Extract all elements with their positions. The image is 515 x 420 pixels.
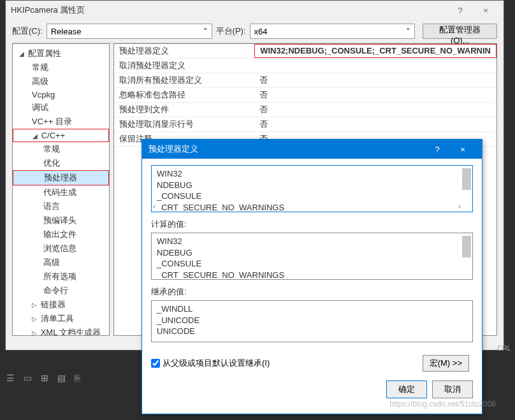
grid-row[interactable]: 预处理器定义WIN32;NDEBUG;_CONSULE;_CRT_SECURE_… xyxy=(114,44,497,59)
tree-item-label: 浏览信息 xyxy=(43,243,76,253)
inherit-checkbox[interactable] xyxy=(151,359,160,368)
tree-item-label: 输出文件 xyxy=(43,229,76,239)
help-button[interactable]: ? xyxy=(447,6,473,15)
dialog-help-button[interactable]: ? xyxy=(424,145,450,154)
config-row: 配置(C): Release ˅ 平台(P): x64 ˅ 配置管理器(O)..… xyxy=(6,20,504,43)
inherited-list: _WINDLL_UNICODEUNICODE xyxy=(152,301,472,340)
tree-item[interactable]: 高级 xyxy=(13,75,109,89)
tree-item[interactable]: 常规 xyxy=(13,61,109,75)
tree-item-label: 命令行 xyxy=(43,286,68,295)
inherited-box: _WINDLL_UNICODEUNICODE xyxy=(151,300,473,342)
tree-arrow-icon: ▷ xyxy=(32,301,38,308)
tree-item[interactable]: 浏览信息 xyxy=(13,242,109,256)
dialog-close-button[interactable]: × xyxy=(450,145,475,154)
grid-row[interactable]: 预处理到文件否 xyxy=(114,103,497,117)
scrollbar-vertical[interactable] xyxy=(462,235,471,268)
tree-item-label: 代码生成 xyxy=(43,187,76,197)
tree-item[interactable]: 预编译头 xyxy=(13,214,109,228)
scroll-thumb[interactable] xyxy=(462,168,471,190)
cancel-button[interactable]: 取消 xyxy=(432,380,473,398)
grid-value[interactable]: 否 xyxy=(254,117,497,131)
config-manager-button[interactable]: 配置管理器(O)... xyxy=(423,24,497,39)
scrollbar-vertical[interactable] xyxy=(462,167,471,200)
tree-item-label: XML 文档生成器 xyxy=(41,328,101,336)
config-label: 配置(C): xyxy=(12,25,43,37)
computed-label: 计算的值: xyxy=(151,219,473,230)
tree-item[interactable]: 语言 xyxy=(13,199,109,214)
grid-value[interactable]: 否 xyxy=(254,103,497,117)
tree-item[interactable]: 代码生成 xyxy=(13,185,109,199)
tree-item-label: 调试 xyxy=(32,103,48,112)
tree-item[interactable]: 高级 xyxy=(13,256,109,270)
grid-key: 预处理取消显示行号 xyxy=(114,117,254,131)
tree-item[interactable]: 所有选项 xyxy=(13,270,109,284)
window-title: HKIPcamera 属性页 xyxy=(11,4,447,16)
inherit-checkbox-label[interactable]: 从父级或项目默认设置继承(I) xyxy=(151,358,423,369)
list-item: _WINDLL xyxy=(157,303,467,315)
toolbar-icon[interactable]: ⎘ xyxy=(75,373,80,383)
ok-button[interactable]: 确定 xyxy=(386,380,427,398)
inherited-label: 继承的值: xyxy=(151,286,473,298)
grid-value[interactable] xyxy=(254,59,497,73)
watermark: https://blog.csdn.net/51cto2008 xyxy=(389,400,496,409)
grid-row[interactable]: 忽略标准包含路径否 xyxy=(114,88,497,103)
tree-item-label: 高级 xyxy=(32,76,48,86)
dialog-titlebar: 预处理器定义 ? × xyxy=(142,140,482,159)
tree-item[interactable]: ▷ 链接器 xyxy=(13,298,109,312)
grid-row[interactable]: 取消所有预处理器定义否 xyxy=(114,73,497,88)
grid-key: 忽略标准包含路径 xyxy=(114,88,254,102)
macro-button[interactable]: 宏(M) >> xyxy=(423,355,469,372)
tree-item[interactable]: ◢ 配置属性 xyxy=(13,47,109,61)
grid-row[interactable]: 预处理取消显示行号否 xyxy=(114,117,497,132)
chevron-down-icon: ˅ xyxy=(203,27,208,36)
tree-item[interactable]: ▷ XML 文档生成器 xyxy=(13,326,109,336)
grid-key: 取消预处理器定义 xyxy=(114,59,254,73)
tree-item-label: 清单工具 xyxy=(41,314,74,323)
edit-box[interactable]: WIN32NDEBUG_CONSULE_CRT_SECURE_NO_WARNIN… xyxy=(151,165,473,212)
computed-list: WIN32NDEBUG_CONSULE_CRT_SECURE_NO_WARNIN… xyxy=(152,233,472,280)
tree-item[interactable]: 预处理器 xyxy=(13,170,109,185)
dialog-body: WIN32NDEBUG_CONSULE_CRT_SECURE_NO_WARNIN… xyxy=(142,159,482,349)
toolbar-icon[interactable]: ▤ xyxy=(57,373,66,383)
grid-key: 预处理器定义 xyxy=(114,44,254,58)
tree-item-label: C/C++ xyxy=(41,131,66,140)
tree-item[interactable]: ◢ C/C++ xyxy=(13,129,109,142)
toolbar-icon[interactable]: ☰ xyxy=(6,373,15,383)
tree-item-label: 常规 xyxy=(43,144,60,154)
tree-item-label: 常规 xyxy=(32,62,48,72)
tree-item-label: Vcpkg xyxy=(32,90,55,99)
platform-combo[interactable]: x64 ˅ xyxy=(250,24,416,39)
tree-item[interactable]: VC++ 目录 xyxy=(13,115,109,129)
tree-item-label: 高级 xyxy=(43,257,60,267)
tree-item[interactable]: 常规 xyxy=(13,142,109,156)
tree-item[interactable]: Vcpkg xyxy=(13,89,109,101)
grid-value[interactable]: WIN32;NDEBUG;_CONSULE;_CRT_SECURE_NO_WAR… xyxy=(254,44,497,58)
list-item: _UNICODE xyxy=(157,315,467,326)
grid-row[interactable]: 取消预处理器定义 xyxy=(114,59,497,73)
tree-item[interactable]: 命令行 xyxy=(13,284,109,298)
config-combo[interactable]: Release ˅ xyxy=(47,24,212,39)
nav-tree[interactable]: ◢ 配置属性常规高级Vcpkg调试VC++ 目录◢ C/C++常规优化预处理器代… xyxy=(12,43,110,336)
config-value: Release xyxy=(51,27,82,36)
scrollbar-horizontal[interactable]: ‹› xyxy=(153,201,461,210)
tree-item[interactable]: ▷ 清单工具 xyxy=(13,312,109,326)
tree-item[interactable]: 调试 xyxy=(13,101,109,115)
tree-item-label: 优化 xyxy=(43,158,60,168)
grid-key: 预处理到文件 xyxy=(114,103,254,117)
close-button[interactable]: × xyxy=(473,6,498,15)
grid-value[interactable]: 否 xyxy=(254,88,497,102)
tree-item[interactable]: 输出文件 xyxy=(13,228,109,242)
tree-item[interactable]: 优化 xyxy=(13,156,109,170)
tree-item-label: 预编译头 xyxy=(43,215,76,225)
list-item: UNICODE xyxy=(157,326,467,337)
list-item: NDEBUG xyxy=(157,247,467,259)
scroll-thumb[interactable] xyxy=(462,236,471,257)
grid-value[interactable]: 否 xyxy=(254,73,497,87)
preprocessor-definitions-dialog: 预处理器定义 ? × WIN32NDEBUG_CONSULE_CRT_SECUR… xyxy=(141,139,482,414)
toolbar-icon[interactable]: ▭ xyxy=(24,373,32,383)
tree-item-label: VC++ 目录 xyxy=(32,117,72,126)
toolbar-icon[interactable]: ⊞ xyxy=(41,373,48,383)
tree-item-label: 配置属性 xyxy=(28,48,61,58)
tree-arrow-icon: ▷ xyxy=(32,329,38,336)
list-item: WIN32 xyxy=(157,168,467,180)
